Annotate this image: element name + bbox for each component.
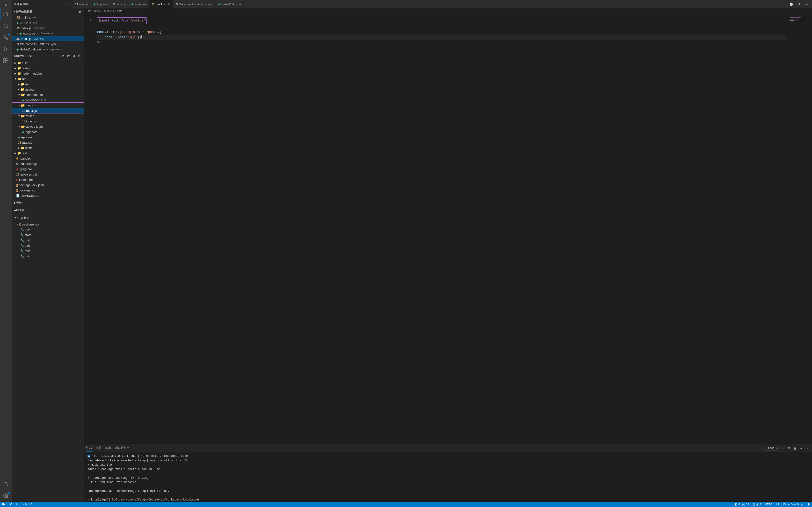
breadcrumb-src[interactable]: src bbox=[88, 9, 91, 13]
tree-index-html[interactable]: ◇ index.html bbox=[12, 177, 84, 182]
tree-assets[interactable]: ▶ 📁 assets bbox=[12, 87, 84, 92]
tree-postcssrc[interactable]: JS .postcssrc.js bbox=[12, 172, 84, 177]
terminal-content[interactable]: ■ Your application is running here: http… bbox=[84, 452, 812, 502]
activity-item-settings[interactable] bbox=[0, 490, 12, 502]
status-encoding[interactable]: UTF-8 bbox=[763, 502, 774, 507]
status-remote[interactable] bbox=[0, 502, 7, 507]
code-editor[interactable]: 1 2 3 4 5 import Mock from bbox=[84, 14, 789, 444]
tree-api[interactable]: ▶ 📁 api bbox=[12, 81, 84, 87]
explorer-title: 资源管理器 bbox=[14, 2, 28, 6]
npm-script-start[interactable]: 🔧 start bbox=[12, 232, 84, 237]
open-file-mock-js[interactable]: JS mock.js src/mock bbox=[12, 36, 84, 41]
tree-helloworld-vue[interactable]: ◆ HelloWorld.vue bbox=[12, 97, 84, 103]
activity-item-account[interactable] bbox=[0, 478, 12, 490]
new-file-button[interactable]: 🗋 bbox=[61, 54, 65, 58]
open-file-login-vue[interactable]: ✕ ◆ login.vue src/views/login bbox=[12, 31, 84, 36]
tree-node-modules[interactable]: ▶ 📁 node_modules bbox=[12, 71, 84, 76]
status-language[interactable]: Babel JavaScript bbox=[781, 502, 805, 507]
timeline-section-header[interactable]: ▶ 时间线 bbox=[12, 207, 84, 214]
code-content[interactable]: import Mock from 'mockjs' Mock bbox=[94, 14, 789, 444]
npm-section-header[interactable]: ▼ NPM 脚本 bbox=[12, 214, 84, 222]
terminal-tab-problems[interactable]: 问题 bbox=[96, 445, 101, 452]
editor-scrollbar[interactable] bbox=[809, 14, 812, 444]
tab-index-js[interactable]: JS index.js bbox=[110, 0, 129, 8]
tab-label: index.js bbox=[117, 3, 126, 6]
tab-hello-world-vue[interactable]: ◆ HelloWorld.vue bbox=[216, 0, 244, 8]
open-editors-header[interactable]: ▾ 打开的编辑器 ⊕ bbox=[12, 8, 84, 15]
npm-script-build[interactable]: 🔧 build bbox=[12, 253, 84, 259]
tab-app-vue[interactable]: ◆ App.vue bbox=[91, 0, 110, 8]
tree-editorconfig[interactable]: ⚙ .editorconfig bbox=[12, 161, 84, 166]
tab-mock-js[interactable]: JS mock.js ✕ bbox=[149, 0, 173, 8]
breadcrumb-mock-js[interactable]: mock.js bbox=[104, 9, 114, 13]
tree-static[interactable]: ▶ 📁 static bbox=[12, 145, 84, 151]
script-icon: 🔧 bbox=[20, 255, 24, 258]
terminal-close-button[interactable]: ✕ bbox=[805, 445, 810, 451]
tab-close-button[interactable]: ✕ bbox=[167, 2, 170, 6]
refresh-button[interactable]: ↺ bbox=[72, 54, 76, 58]
npm-script-unit[interactable]: 🔧 unit bbox=[12, 237, 84, 243]
tree-config[interactable]: ▶ 📁 config bbox=[12, 65, 84, 71]
npm-script-e2e[interactable]: 🔧 e2e bbox=[12, 243, 84, 248]
activity-item-extensions[interactable] bbox=[0, 55, 12, 66]
tab-login-vue[interactable]: ◆ login.vue bbox=[129, 0, 149, 8]
npm-script-test[interactable]: 🔧 test bbox=[12, 248, 84, 253]
tree-readme[interactable]: 📄 README.md bbox=[12, 193, 84, 198]
status-errors[interactable]: ✕ 0 ⚠ 0 bbox=[20, 502, 34, 507]
new-folder-button[interactable]: 🗀 bbox=[66, 54, 71, 58]
tree-package-lock[interactable]: {} package-lock.json bbox=[12, 182, 84, 187]
tree-mock-folder[interactable]: ▼ 📂 mock bbox=[12, 103, 84, 108]
tree-index-js[interactable]: JS index.js bbox=[12, 119, 84, 124]
tree-main-js[interactable]: JS main.js bbox=[12, 140, 84, 145]
open-file-helloworld[interactable]: ◆ HelloWorld.vue src/components bbox=[12, 47, 84, 52]
tree-src[interactable]: ▼ 📂 src bbox=[12, 76, 84, 81]
tree-components[interactable]: ▼ 📂 components bbox=[12, 92, 84, 97]
tree-build[interactable]: ▶ 📁 build bbox=[12, 60, 84, 65]
terminal-expand-button[interactable]: ∧ bbox=[799, 445, 804, 451]
tree-gitignore[interactable]: ◈ .gitignore bbox=[12, 166, 84, 172]
status-notifications[interactable] bbox=[805, 502, 812, 507]
tree-test[interactable]: ▶ 📁 test bbox=[12, 151, 84, 156]
collapse-button[interactable]: ⊟ bbox=[77, 54, 82, 58]
knowledge-section-header[interactable]: KNOWLEDGE 🗋 🗀 ↺ ⊟ bbox=[12, 52, 84, 60]
breadcrumb-data[interactable]: data bbox=[117, 9, 122, 13]
npm-package-json[interactable]: ▼ {} package.json bbox=[12, 222, 84, 227]
tab-settings-sync[interactable]: ⚙ Welcome to Settings Sync bbox=[173, 0, 216, 8]
terminal-tab-terminal[interactable]: 终端 bbox=[86, 445, 92, 452]
npm-script-dev[interactable]: 🔧 dev bbox=[12, 227, 84, 232]
activity-item-search[interactable] bbox=[0, 20, 12, 32]
more-actions-button[interactable]: ··· bbox=[803, 1, 810, 8]
terminal-tab-debug[interactable]: 调试控制台 bbox=[115, 445, 130, 452]
tree-router[interactable]: ▼ 📂 router bbox=[12, 113, 84, 119]
tree-login-vue[interactable]: ◆ login.vue bbox=[12, 129, 84, 134]
history-button[interactable]: ⌚ bbox=[788, 1, 795, 8]
tree-mock-js[interactable]: JS mock.js bbox=[12, 108, 84, 113]
activity-item-run[interactable] bbox=[0, 43, 12, 55]
status-sync[interactable]: ↻ bbox=[14, 502, 20, 507]
minimap bbox=[789, 14, 809, 444]
tab-main-js[interactable]: JS main.js bbox=[72, 0, 91, 8]
terminal-tab-output[interactable]: 输出 bbox=[105, 445, 111, 452]
split-editor-button[interactable]: ⧉ bbox=[796, 1, 802, 8]
terminal-node-dropdown[interactable]: 1: node ▾ bbox=[763, 446, 779, 451]
breadcrumb-mock-folder[interactable]: mock bbox=[94, 9, 101, 13]
open-file-main-js[interactable]: JS main.js src bbox=[12, 15, 84, 20]
outline-section-header[interactable]: ▶ 大纲 bbox=[12, 199, 84, 207]
save-all-button[interactable]: ⊕ bbox=[78, 9, 82, 14]
tree-babelrc[interactable]: ⚙ .babelrc bbox=[12, 156, 84, 161]
activity-item-source-control[interactable] bbox=[0, 32, 12, 43]
status-spaces[interactable]: 空格: 4 bbox=[751, 502, 763, 507]
status-line-col[interactable]: 行 4 , 列 23 bbox=[733, 502, 751, 507]
kill-terminal-button[interactable]: 🗑 bbox=[792, 445, 798, 451]
activity-item-files[interactable] bbox=[0, 8, 12, 20]
status-git-branch[interactable] bbox=[7, 502, 14, 507]
tree-package-json[interactable]: {} package.json bbox=[12, 187, 84, 193]
add-terminal-button[interactable]: + bbox=[779, 445, 785, 451]
open-file-app-vue[interactable]: ◆ App.vue src bbox=[12, 20, 84, 25]
tree-views-login[interactable]: ▼ 📂 views / login bbox=[12, 124, 84, 129]
open-file-settings[interactable]: ⚙ Welcome to Settings Sync bbox=[12, 41, 84, 47]
split-terminal-button[interactable]: ⧉ bbox=[786, 445, 791, 451]
status-line-ending[interactable]: LF bbox=[774, 502, 781, 507]
tree-app-vue[interactable]: ◆ App.vue bbox=[12, 134, 84, 140]
open-file-index-js[interactable]: JS index.js src/router bbox=[12, 25, 84, 31]
